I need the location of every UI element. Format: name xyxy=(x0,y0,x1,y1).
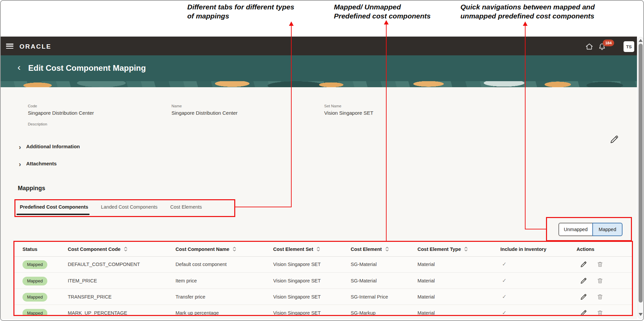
code-label: Code xyxy=(28,104,37,108)
top-bar xyxy=(1,37,637,55)
app-window: Different tabs for different types of ma… xyxy=(0,0,644,321)
annotation-box-toggle xyxy=(546,217,632,241)
section-additional-information[interactable]: Additional Information xyxy=(26,144,80,149)
scrollbar-up-arrow-icon[interactable] xyxy=(639,39,643,42)
annotation-text: Quick navigations between mapped and xyxy=(460,2,595,11)
back-icon[interactable]: ‹ xyxy=(17,62,20,73)
annotation-line xyxy=(525,25,526,229)
description-label: Description xyxy=(28,122,47,126)
annotation-line xyxy=(235,207,291,207)
annotation-line xyxy=(291,25,292,207)
annotation-box-table xyxy=(13,241,633,316)
home-icon[interactable] xyxy=(585,42,594,52)
menu-icon[interactable] xyxy=(6,44,13,49)
mappings-heading: Mappings xyxy=(18,185,45,192)
name-label: Name xyxy=(171,104,182,108)
set-name-label: Set Name xyxy=(324,104,341,108)
annotation-text: unmapped predefined cost components xyxy=(460,11,595,20)
scrollbar-thumb[interactable] xyxy=(639,44,643,303)
notification-count-badge: 184 xyxy=(603,40,614,46)
chevron-right-icon[interactable]: › xyxy=(19,144,21,150)
annotation-note-tabs: Different tabs for different types of ma… xyxy=(187,2,294,20)
edit-pencil-icon[interactable] xyxy=(609,135,619,144)
annotation-text: Different tabs for different types xyxy=(187,2,294,11)
annotation-text: of mappings xyxy=(187,11,294,20)
annotation-note-mapped-unmapped: Mapped/ Unmapped Predefined cost compone… xyxy=(334,2,431,20)
name-value: Singapore Distribution Center xyxy=(171,110,238,116)
annotation-line xyxy=(525,229,546,229)
oracle-logo: ORACLE xyxy=(19,43,51,50)
banner-decoration xyxy=(1,81,637,87)
annotation-line xyxy=(386,24,387,241)
set-name-value: Vision Singapore SET xyxy=(324,110,373,116)
annotation-text: Predefined cost components xyxy=(334,11,431,20)
annotation-text: Mapped/ Unmapped xyxy=(334,2,431,11)
avatar[interactable]: TS xyxy=(624,41,634,52)
page-title: Edit Cost Component Mapping xyxy=(28,63,146,73)
section-attachments[interactable]: Attachments xyxy=(26,161,57,166)
chevron-right-icon[interactable]: › xyxy=(19,161,21,167)
code-value: Singapore Distribution Center xyxy=(28,110,94,116)
scrollbar-down-arrow-icon[interactable] xyxy=(639,313,643,316)
annotation-box-tabs xyxy=(14,199,235,217)
annotation-note-quick-nav: Quick navigations between mapped and unm… xyxy=(460,2,595,20)
